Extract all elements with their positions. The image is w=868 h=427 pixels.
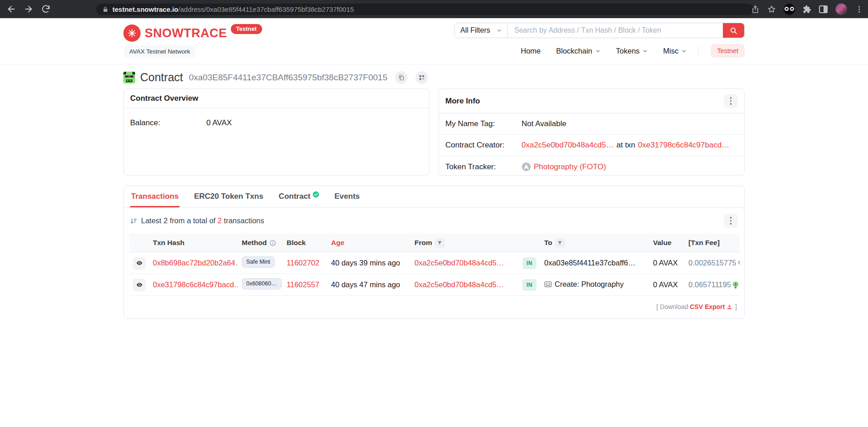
block-link[interactable]: 11602702: [287, 259, 319, 267]
search-input[interactable]: [508, 23, 723, 38]
copy-icon: [398, 74, 405, 81]
eye-icon: [136, 281, 143, 288]
brand-name[interactable]: SNOWTRACE: [145, 26, 227, 40]
column-block: Block: [283, 234, 327, 252]
preview-txn-button[interactable]: [133, 279, 146, 291]
method-badge[interactable]: 0x60806040: [242, 278, 282, 290]
to-filter-button[interactable]: [555, 238, 565, 248]
snowtrace-logo-icon[interactable]: [123, 25, 141, 42]
chevron-down-icon: [497, 28, 502, 33]
from-filter-button[interactable]: [435, 238, 445, 248]
tab-contract[interactable]: Contract: [278, 186, 320, 207]
contract-overview-card: Contract Overview Balance: 0 AVAX: [123, 88, 429, 176]
txn-fee-cell: 0.065711195$: [685, 274, 740, 296]
brand-testnet-badge: Testnet: [231, 24, 262, 34]
network-label: AVAX Testnet Network: [124, 45, 195, 58]
preview-txn-button[interactable]: [133, 257, 146, 270]
block-link[interactable]: 11602557: [287, 280, 319, 289]
table-options-button[interactable]: [724, 214, 738, 228]
contract-identicon: [123, 72, 135, 83]
column-age[interactable]: Age: [327, 234, 411, 252]
column-direction: [519, 234, 541, 252]
name-tag-label: My Name Tag:: [445, 119, 522, 128]
balance-label: Balance:: [130, 118, 206, 128]
column-eye: [129, 234, 149, 252]
table-row: 0xe31798c6c84c97bacd… 0x60806040 1160255…: [129, 274, 740, 296]
nav-misc[interactable]: Misc: [663, 47, 687, 55]
overview-card-title: Contract Overview: [130, 94, 198, 103]
txn-fee-cell: 0.0026515775$: [685, 252, 740, 274]
address-bar[interactable]: testnet.snowtrace.io/address/0xa03e85f44…: [96, 4, 754, 15]
nav-blockchain[interactable]: Blockchain: [556, 47, 600, 55]
gas-lightbulb-icon: $: [738, 260, 740, 267]
search-icon: [730, 27, 737, 34]
method-badge[interactable]: Safe Mint: [242, 256, 275, 268]
search-bar: All Filters: [454, 23, 745, 38]
bookmark-star-icon[interactable]: [767, 5, 776, 14]
lock-icon: [102, 6, 108, 13]
qr-code-icon: [419, 74, 425, 81]
browser-menu-icon[interactable]: [855, 5, 863, 14]
txn-hash-link[interactable]: 0xe31798c6c84c97bacd…: [153, 280, 238, 289]
contract-creator-label: Contract Creator:: [445, 141, 522, 150]
name-tag-value: Not Available: [522, 119, 566, 128]
eye-icon: [136, 260, 143, 266]
transactions-summary: Latest 2 from a total of 2 transactions: [130, 216, 264, 225]
balance-value: 0 AVAX: [206, 118, 232, 128]
nav-tokens[interactable]: Tokens: [616, 47, 648, 55]
column-txn-hash: Txn Hash: [149, 234, 238, 252]
profile-avatar[interactable]: [835, 3, 847, 15]
chevron-down-icon: [643, 49, 648, 54]
owl-extension-icon[interactable]: [784, 4, 795, 15]
chevron-down-icon: [595, 49, 600, 54]
url-text: testnet.snowtrace.io/address/0xa03e85f44…: [112, 5, 354, 13]
tab-events[interactable]: Events: [334, 186, 361, 207]
nav-divider: [698, 45, 699, 57]
tab-bar: Transactions ERC20 Token Txns Contract E…: [124, 186, 744, 208]
column-value: Value: [649, 234, 685, 252]
age-value: 40 days 47 mins ago: [327, 274, 411, 296]
from-address-link[interactable]: 0xa2c5e0bd70b48a4cd5…: [414, 259, 504, 267]
verified-check-icon: [312, 191, 319, 198]
age-value: 40 days 39 mins ago: [327, 252, 411, 274]
transactions-panel: Transactions ERC20 Token Txns Contract E…: [123, 186, 745, 319]
nav-testnet-button[interactable]: Testnet: [711, 44, 745, 58]
back-icon[interactable]: [6, 4, 16, 14]
csv-export-link[interactable]: CSV Export: [690, 303, 725, 310]
nav-home[interactable]: Home: [521, 47, 541, 55]
tab-transactions[interactable]: Transactions: [130, 186, 180, 207]
reload-icon[interactable]: [41, 4, 51, 14]
txn-hash-link[interactable]: 0x8b698ac72bd20b2a64…: [153, 259, 238, 267]
to-address: 0xa03e85f4411e37cbaff6…: [541, 252, 649, 274]
sidebar-icon[interactable]: [819, 5, 828, 13]
column-method: Method: [238, 234, 283, 252]
creation-txn-link[interactable]: 0xe31798c6c84c97bacd…: [638, 141, 729, 150]
filter-icon: [557, 240, 562, 245]
copy-address-button[interactable]: [395, 71, 408, 84]
svg-text:$: $: [735, 283, 736, 286]
chevron-down-icon: [682, 49, 687, 54]
creator-address-link[interactable]: 0xa2c5e0bd70b48a4cd5…: [522, 141, 614, 150]
gas-lightbulb-icon: $: [732, 281, 739, 289]
search-filter-select[interactable]: All Filters: [455, 23, 508, 38]
search-filter-label: All Filters: [460, 26, 490, 34]
to-contract-name: Create: Photography: [555, 280, 624, 289]
browser-toolbar: testnet.snowtrace.io/address/0xa03e85f44…: [0, 0, 868, 18]
info-icon[interactable]: [269, 240, 276, 246]
column-to: To: [541, 234, 649, 252]
csv-export-row: [ Download CSV Export ]: [124, 296, 744, 319]
search-button[interactable]: [723, 23, 744, 38]
extensions-puzzle-icon[interactable]: [803, 5, 811, 14]
share-icon[interactable]: [751, 5, 760, 14]
qr-code-button[interactable]: [415, 71, 428, 84]
value-cell: 0 AVAX: [649, 274, 685, 296]
filter-icon: [437, 240, 442, 245]
contract-create-icon: [544, 281, 552, 288]
token-tracker-label: Token Tracker:: [445, 162, 522, 172]
more-info-menu-button[interactable]: [724, 94, 738, 108]
from-address-link[interactable]: 0xa2c5e0bd70b48a4cd5…: [414, 280, 504, 289]
forward-icon[interactable]: [24, 4, 34, 14]
token-tracker-link[interactable]: Photography (FOTO): [534, 162, 606, 172]
tab-erc20-token-txns[interactable]: ERC20 Token Txns: [193, 186, 264, 207]
download-icon: [727, 304, 732, 310]
